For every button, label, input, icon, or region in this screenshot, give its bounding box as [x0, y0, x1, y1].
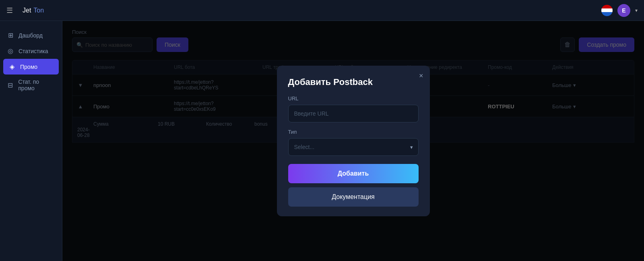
add-button[interactable]: Добавить	[288, 164, 419, 183]
user-avatar[interactable]: E	[617, 4, 630, 17]
sidebar-item-label: Статистика	[19, 48, 48, 54]
promo-icon: ◈	[8, 63, 16, 70]
statistics-icon: ◎	[6, 47, 14, 55]
main-content: Поиск 🔍 Поиск 🗑 Создать промо Название U…	[62, 21, 644, 261]
modal-overlay[interactable]: × Добавить Postback URL Тип Select... ▾ …	[62, 21, 644, 261]
postback-modal: × Добавить Postback URL Тип Select... ▾ …	[277, 66, 430, 216]
sidebar-item-statistics[interactable]: ◎ Статистика	[0, 43, 62, 59]
modal-title: Добавить Postback	[288, 77, 419, 87]
logo-jet: Jet	[23, 7, 31, 14]
modal-close-button[interactable]: ×	[419, 72, 423, 79]
sidebar: ⊞ Дашборд ◎ Статистика ◈ Промо ⊟ Стат. п…	[0, 21, 62, 261]
url-label: URL	[288, 95, 419, 102]
topnav-right: E ▾	[601, 4, 638, 17]
logo-ton: Ton	[33, 7, 44, 14]
sidebar-item-promo[interactable]: ◈ Промо	[3, 59, 59, 75]
sidebar-item-label: Промо	[20, 64, 37, 70]
hamburger-icon[interactable]: ☰	[6, 6, 13, 15]
dashboard-icon: ⊞	[6, 31, 14, 39]
promo-stats-icon: ⊟	[6, 81, 14, 89]
language-flag-icon[interactable]	[601, 5, 613, 16]
top-navigation: ☰ JetTon E ▾	[0, 0, 644, 21]
url-input[interactable]	[288, 105, 419, 122]
sidebar-item-label: Стат. по промо	[18, 79, 56, 91]
logo: JetTon	[23, 7, 44, 14]
type-select-wrap: Select... ▾	[288, 138, 419, 156]
docs-button[interactable]: Документация	[288, 187, 419, 207]
type-select[interactable]: Select...	[288, 138, 419, 156]
sidebar-item-label: Дашборд	[19, 32, 43, 39]
user-menu-chevron-icon[interactable]: ▾	[635, 8, 638, 13]
type-label: Тип	[288, 129, 419, 135]
sidebar-item-promo-stats[interactable]: ⊟ Стат. по промо	[0, 75, 62, 95]
sidebar-item-dashboard[interactable]: ⊞ Дашборд	[0, 27, 62, 43]
main-layout: ⊞ Дашборд ◎ Статистика ◈ Промо ⊟ Стат. п…	[0, 21, 644, 261]
